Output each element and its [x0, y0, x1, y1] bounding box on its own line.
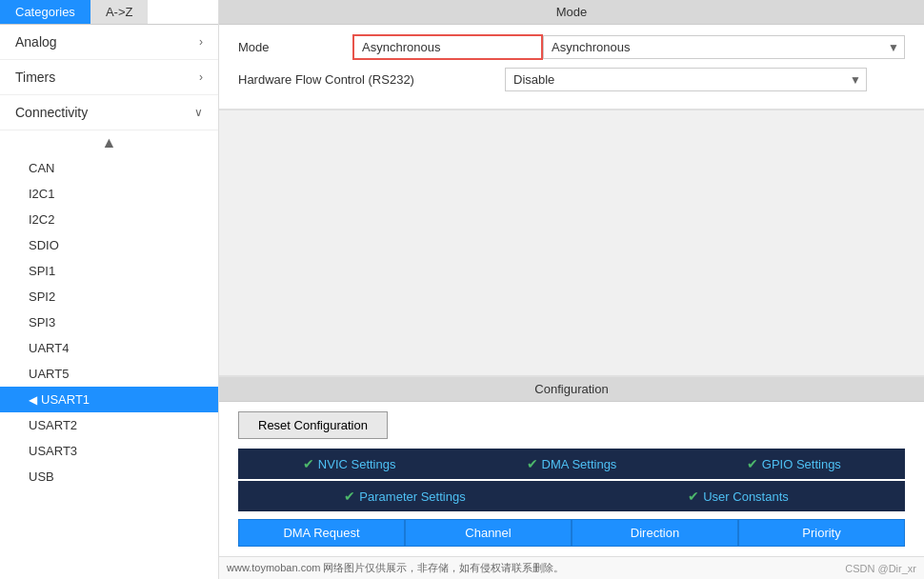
col-dma-request: DMA Request	[238, 519, 405, 547]
sidebar-item-uart4[interactable]: UART4	[0, 335, 218, 361]
reset-config-button[interactable]: Reset Configuration	[238, 411, 388, 439]
page-footer: www.toymoban.com 网络图片仅供展示，非存储，如有侵权请联系删除。…	[219, 556, 924, 579]
flow-control-dropdown[interactable]: Disable	[505, 68, 867, 91]
spi2-label: SPI2	[29, 290, 55, 304]
scroll-up-icon[interactable]: ▲	[0, 130, 218, 155]
can-label: CAN	[29, 161, 54, 175]
table-header: DMA Request Channel Direction Priority	[238, 519, 905, 547]
dma-settings-label: DMA Settings	[542, 457, 617, 471]
usb-label: USB	[29, 469, 54, 484]
gpio-settings-tab[interactable]: ✔ GPIO Settings	[683, 449, 905, 479]
mode-select-wrapper: Asynchronous Asynchronous ▼	[352, 34, 905, 60]
config-section: Configuration Reset Configuration ✔ NVIC…	[219, 375, 924, 556]
gpio-settings-label: GPIO Settings	[762, 457, 841, 471]
sdio-label: SDIO	[29, 238, 59, 252]
sidebar: Categories A->Z Analog › Timers › Connec…	[0, 0, 219, 579]
sidebar-item-spi1[interactable]: SPI1	[0, 258, 218, 284]
sidebar-item-i2c2[interactable]: I2C2	[0, 207, 218, 232]
i2c2-label: I2C2	[29, 212, 54, 227]
footer-text: www.toymoban.com 网络图片仅供展示，非存储，如有侵权请联系删除。	[227, 561, 564, 575]
mode-section-header: Mode	[219, 0, 924, 25]
param-check-icon: ✔	[344, 489, 355, 504]
gpio-check-icon: ✔	[747, 456, 758, 471]
sidebar-item-sdio[interactable]: SDIO	[0, 232, 218, 258]
user-constants-label: User Constants	[703, 489, 789, 504]
sidebar-item-spi3[interactable]: SPI3	[0, 309, 218, 335]
right-panel: Mode Mode Asynchronous Asynchronous ▼	[219, 0, 924, 579]
col-priority: Priority	[738, 519, 905, 547]
mode-select-display[interactable]: Asynchronous	[352, 34, 543, 60]
analog-arrow-icon: ›	[199, 35, 203, 49]
sidebar-item-spi2[interactable]: SPI2	[0, 284, 218, 309]
config-section-header: Configuration	[219, 377, 924, 402]
connectivity-arrow-icon: ∨	[194, 106, 203, 119]
config-content: Reset Configuration ✔ NVIC Settings ✔ DM…	[219, 402, 924, 556]
config-tabs-row1: ✔ NVIC Settings ✔ DMA Settings ✔ GPIO Se…	[238, 449, 905, 479]
col-channel: Channel	[405, 519, 572, 547]
mode-row: Mode Asynchronous Asynchronous ▼	[238, 34, 905, 60]
dma-settings-tab[interactable]: ✔ DMA Settings	[460, 449, 682, 479]
sidebar-item-connectivity[interactable]: Connectivity ∨	[0, 95, 218, 130]
usart3-label: USART3	[29, 444, 77, 458]
sidebar-item-can[interactable]: CAN	[0, 155, 218, 181]
nvic-check-icon: ✔	[303, 456, 314, 471]
az-tab[interactable]: A->Z	[90, 0, 149, 24]
user-check-icon: ✔	[688, 489, 699, 504]
middle-space	[219, 110, 924, 375]
sidebar-item-usart1[interactable]: ◀ USART1	[0, 387, 218, 412]
flow-control-label: Hardware Flow Control (RS232)	[238, 72, 505, 87]
uart5-label: UART5	[29, 367, 69, 381]
sidebar-tab-bar: Categories A->Z	[0, 0, 218, 25]
selected-indicator-icon: ◀	[29, 393, 37, 407]
sidebar-item-analog[interactable]: Analog ›	[0, 25, 218, 60]
mode-section: Mode Mode Asynchronous Asynchronous ▼	[219, 0, 924, 110]
connectivity-label: Connectivity	[15, 105, 88, 120]
timers-arrow-icon: ›	[199, 70, 203, 84]
categories-tab[interactable]: Categories	[0, 0, 90, 24]
dma-check-icon: ✔	[527, 456, 538, 471]
parameter-settings-tab[interactable]: ✔ Parameter Settings	[238, 481, 572, 511]
sidebar-item-timers[interactable]: Timers ›	[0, 60, 218, 95]
i2c1-label: I2C1	[29, 187, 54, 201]
nvic-settings-tab[interactable]: ✔ NVIC Settings	[238, 449, 460, 479]
spi3-label: SPI3	[29, 315, 55, 329]
usart1-label: USART1	[41, 392, 90, 407]
flow-control-row: Hardware Flow Control (RS232) Disable ▼	[238, 68, 905, 91]
uart4-label: UART4	[29, 341, 69, 355]
sidebar-item-i2c1[interactable]: I2C1	[0, 181, 218, 207]
sidebar-item-usart2[interactable]: USART2	[0, 412, 218, 438]
sidebar-item-uart5[interactable]: UART5	[0, 361, 218, 387]
parameter-settings-label: Parameter Settings	[359, 489, 465, 504]
config-tabs-row2: ✔ Parameter Settings ✔ User Constants	[238, 481, 905, 511]
timers-label: Timers	[15, 70, 55, 85]
sidebar-item-usart3[interactable]: USART3	[0, 438, 218, 464]
mode-label: Mode	[238, 40, 352, 54]
analog-label: Analog	[15, 34, 57, 50]
mode-dropdown[interactable]: Asynchronous	[543, 35, 905, 59]
nvic-settings-label: NVIC Settings	[318, 457, 396, 471]
footer-right-text: CSDN @Dir_xr	[845, 563, 916, 574]
usart2-label: USART2	[29, 418, 77, 432]
spi1-label: SPI1	[29, 264, 55, 278]
connectivity-items: ▲ CAN I2C1 I2C2 SDIO SPI1 SPI2	[0, 130, 218, 489]
flow-control-select-wrapper: Disable ▼	[505, 68, 867, 91]
user-constants-tab[interactable]: ✔ User Constants	[572, 481, 905, 511]
col-direction: Direction	[572, 519, 738, 547]
mode-content: Mode Asynchronous Asynchronous ▼ Hardwar…	[219, 25, 924, 109]
sidebar-content: Analog › Timers › Connectivity ∨ ▲ CAN	[0, 25, 218, 579]
sidebar-item-usb[interactable]: USB	[0, 464, 218, 489]
